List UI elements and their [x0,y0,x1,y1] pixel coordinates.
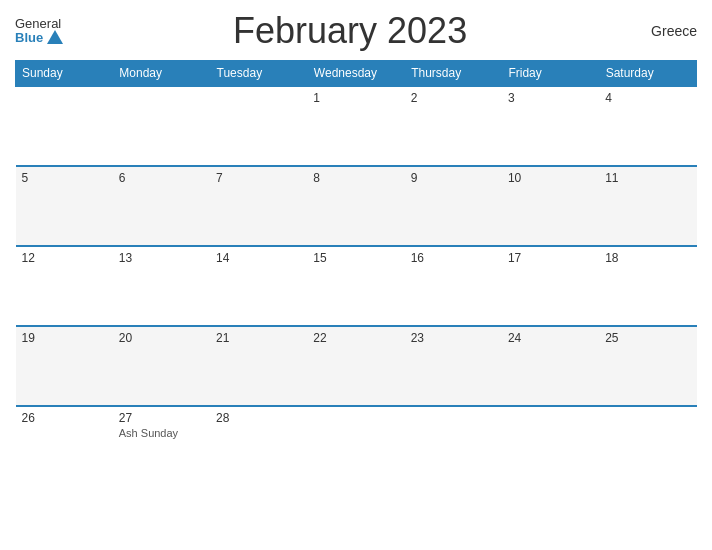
day-number: 18 [605,251,690,265]
calendar-title: February 2023 [63,10,637,52]
header-wednesday: Wednesday [307,61,404,87]
calendar-day-cell: 11 [599,166,696,246]
calendar-day-cell: 20 [113,326,210,406]
calendar-header: General Blue February 2023 Greece [15,10,697,52]
day-number: 21 [216,331,301,345]
day-number: 16 [411,251,496,265]
day-number: 24 [508,331,593,345]
calendar-week-row: 12131415161718 [16,246,697,326]
day-number: 8 [313,171,398,185]
calendar-day-cell: 3 [502,86,599,166]
day-number: 5 [22,171,107,185]
calendar-day-cell: 13 [113,246,210,326]
calendar-day-cell [113,86,210,166]
day-number: 7 [216,171,301,185]
day-number: 25 [605,331,690,345]
day-number: 23 [411,331,496,345]
day-number: 22 [313,331,398,345]
calendar-day-cell [210,86,307,166]
calendar-day-cell: 24 [502,326,599,406]
logo-blue-text: Blue [15,30,63,45]
day-number: 17 [508,251,593,265]
logo-general-text: General [15,17,61,30]
day-number: 27 [119,411,204,425]
calendar-container: General Blue February 2023 Greece Sunday… [0,0,712,550]
calendar-day-cell: 9 [405,166,502,246]
day-number: 11 [605,171,690,185]
calendar-day-cell: 27Ash Sunday [113,406,210,486]
calendar-day-cell: 14 [210,246,307,326]
day-number: 15 [313,251,398,265]
header-monday: Monday [113,61,210,87]
calendar-day-cell: 6 [113,166,210,246]
header-friday: Friday [502,61,599,87]
day-number: 12 [22,251,107,265]
calendar-day-cell: 8 [307,166,404,246]
calendar-day-cell [307,406,404,486]
day-number: 10 [508,171,593,185]
day-number: 2 [411,91,496,105]
calendar-week-row: 2627Ash Sunday28 [16,406,697,486]
logo: General Blue [15,17,63,45]
calendar-day-cell: 1 [307,86,404,166]
days-header-row: Sunday Monday Tuesday Wednesday Thursday… [16,61,697,87]
calendar-day-cell: 16 [405,246,502,326]
day-number: 28 [216,411,301,425]
day-number: 19 [22,331,107,345]
header-tuesday: Tuesday [210,61,307,87]
day-number: 9 [411,171,496,185]
logo-triangle-icon [47,30,63,44]
calendar-day-cell: 2 [405,86,502,166]
country-name: Greece [637,23,697,39]
calendar-day-cell: 17 [502,246,599,326]
day-number: 14 [216,251,301,265]
calendar-week-row: 567891011 [16,166,697,246]
header-saturday: Saturday [599,61,696,87]
day-event: Ash Sunday [119,427,204,439]
day-number: 26 [22,411,107,425]
calendar-day-cell: 7 [210,166,307,246]
header-thursday: Thursday [405,61,502,87]
calendar-day-cell [502,406,599,486]
day-number: 3 [508,91,593,105]
header-sunday: Sunday [16,61,113,87]
calendar-day-cell: 18 [599,246,696,326]
day-number: 1 [313,91,398,105]
calendar-day-cell: 21 [210,326,307,406]
calendar-day-cell: 15 [307,246,404,326]
day-number: 4 [605,91,690,105]
calendar-day-cell: 26 [16,406,113,486]
day-number: 20 [119,331,204,345]
day-number: 6 [119,171,204,185]
calendar-day-cell: 4 [599,86,696,166]
calendar-day-cell: 28 [210,406,307,486]
calendar-day-cell [405,406,502,486]
calendar-day-cell: 22 [307,326,404,406]
calendar-day-cell: 10 [502,166,599,246]
calendar-day-cell [599,406,696,486]
calendar-day-cell: 5 [16,166,113,246]
calendar-week-row: 19202122232425 [16,326,697,406]
calendar-table: Sunday Monday Tuesday Wednesday Thursday… [15,60,697,486]
calendar-day-cell: 25 [599,326,696,406]
calendar-day-cell [16,86,113,166]
calendar-day-cell: 23 [405,326,502,406]
calendar-day-cell: 19 [16,326,113,406]
day-number: 13 [119,251,204,265]
calendar-week-row: 1234 [16,86,697,166]
calendar-day-cell: 12 [16,246,113,326]
